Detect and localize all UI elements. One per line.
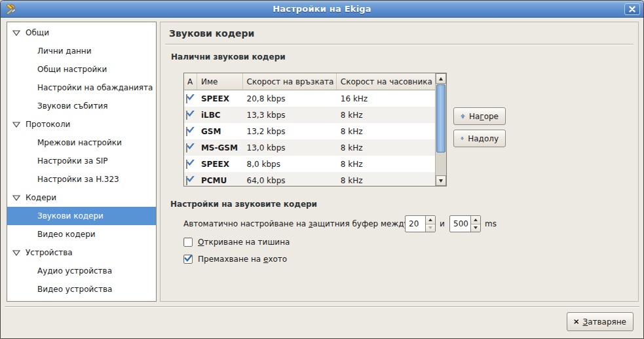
spin-up-button[interactable] <box>471 216 480 224</box>
move-down-label: Надолу <box>468 134 499 143</box>
check-icon <box>186 143 195 151</box>
arrow-up-icon <box>428 219 432 221</box>
close-x-icon <box>574 317 578 326</box>
column-header-name[interactable]: Име <box>197 73 243 90</box>
move-up-label: Нагоре <box>469 112 499 121</box>
codec-table-header: A Име Скорост на връзката Скорост на час… <box>184 73 435 90</box>
check-icon <box>186 127 195 134</box>
move-down-button[interactable]: Надолу <box>453 130 506 147</box>
spin-down-button[interactable] <box>471 224 480 232</box>
check-icon <box>186 160 195 167</box>
check-icon <box>183 253 193 263</box>
tree-item-video-codecs[interactable]: Видео кодери <box>7 225 156 243</box>
codec-enabled-checkbox[interactable] <box>186 160 187 169</box>
column-header-active[interactable]: A <box>184 73 197 90</box>
silence-detection-label: Откриване на тишина <box>198 238 290 247</box>
tree-item-video-devices[interactable]: Видео устройства <box>7 280 156 298</box>
jitter-between-label: и <box>440 219 445 228</box>
codec-enabled-checkbox[interactable] <box>186 94 187 103</box>
codec-enabled-checkbox[interactable] <box>186 143 187 152</box>
arrow-down-icon <box>439 179 443 183</box>
audio-codecs-page: Звукови кодери Налични звукови кодери A … <box>160 22 639 302</box>
codec-enabled-checkbox[interactable] <box>186 111 187 120</box>
codec-enabled-checkbox[interactable] <box>186 176 187 185</box>
tree-item-label: Общи <box>26 28 49 37</box>
titlebar[interactable]: Настройки на Ekiga <box>1 1 643 18</box>
footer-separator <box>5 306 639 308</box>
scroll-up-button[interactable] <box>436 73 446 84</box>
codec-rows: SPEEX 20,8 kbps 16 kHz iLBC 13,3 kbps 8 … <box>184 90 435 186</box>
jitter-buffer-label: Автоматично настройване на защитния буфе… <box>183 219 409 228</box>
spin-down-button[interactable] <box>426 224 435 232</box>
arrow-up-icon <box>439 77 443 80</box>
tree-item-personal-data[interactable]: Лични данни <box>7 42 156 60</box>
table-row[interactable]: SPEEX 20,8 kbps 16 kHz <box>184 90 435 107</box>
down-arrow-icon <box>461 134 464 143</box>
tree-item-h323-settings[interactable]: Настройки за H.323 <box>7 170 156 188</box>
codec-table: A Име Скорост на връзката Скорост на час… <box>183 73 447 187</box>
tree-item-audio-codecs[interactable]: Звукови кодери <box>7 207 156 225</box>
jitter-max-value[interactable]: 500 <box>450 216 470 232</box>
scrollbar-thumb[interactable] <box>436 84 445 152</box>
jitter-unit-label: ms <box>485 219 497 228</box>
echo-cancellation-label: Премахване на ехото <box>198 255 287 264</box>
table-row[interactable]: GSM 13,2 kbps 8 kHz <box>184 123 435 139</box>
silence-detection-checkbox[interactable]: Откриване на тишина <box>183 238 290 247</box>
tree-item-sip-settings[interactable]: Настройки за SIP <box>7 152 156 170</box>
expander-icon[interactable] <box>12 122 20 128</box>
close-button[interactable]: Затваряне <box>567 312 634 331</box>
up-arrow-icon <box>461 111 465 121</box>
expander-icon[interactable] <box>12 250 20 256</box>
table-row[interactable]: MS-GSM 13,0 kbps 8 kHz <box>184 139 435 156</box>
codec-enabled-checkbox[interactable] <box>186 127 187 136</box>
page-title: Звукови кодери <box>169 28 254 39</box>
jitter-min-spinbox[interactable]: 20 <box>405 215 436 232</box>
arrow-down-icon <box>428 226 432 229</box>
tree-item-call-options[interactable]: Настройки на обажданията <box>7 79 156 97</box>
column-header-clockrate[interactable]: Скорост на часовника <box>337 73 435 90</box>
spin-stepper <box>470 216 480 232</box>
tools-icon <box>5 3 16 15</box>
tree-item-protocols[interactable]: Протоколи <box>7 115 156 134</box>
tree-item-audio-devices[interactable]: Аудио устройства <box>7 262 156 280</box>
tree-item-network-settings[interactable]: Мрежови настройки <box>7 134 156 152</box>
tree-item-devices[interactable]: Устройства <box>7 243 156 262</box>
move-up-button[interactable]: Нагоре <box>453 107 506 125</box>
spin-up-button[interactable] <box>426 216 435 224</box>
jitter-max-spinbox[interactable]: 500 <box>449 215 481 232</box>
spin-stepper <box>425 216 435 232</box>
available-codecs-heading: Налични звукови кодери <box>171 52 286 62</box>
checkbox-box[interactable] <box>183 238 193 247</box>
tree-item-general[interactable]: Общи <box>7 24 156 42</box>
close-icon <box>629 6 635 12</box>
table-scrollbar[interactable] <box>435 73 446 186</box>
preferences-window: Настройки на Ekiga Общи Лични данни Общи… <box>0 0 644 339</box>
table-row[interactable]: SPEEX 8,0 kbps 8 kHz <box>184 156 435 172</box>
table-row[interactable]: PCMU 64,0 kbps 8 kHz <box>184 172 435 187</box>
tree-item-codecs[interactable]: Кодери <box>7 188 156 207</box>
jitter-min-value[interactable]: 20 <box>406 216 425 232</box>
checkbox-box[interactable] <box>183 255 193 264</box>
tree-item-sound-events[interactable]: Звукови събития <box>7 97 156 115</box>
check-icon <box>186 111 195 118</box>
close-label: Затваряне <box>582 317 626 327</box>
column-header-bitrate[interactable]: Скорост на връзката <box>243 73 337 90</box>
expander-icon[interactable] <box>12 195 20 201</box>
codec-settings-heading: Настройки на звуковите кодери <box>170 200 317 209</box>
echo-cancellation-checkbox[interactable]: Премахване на ехото <box>183 255 287 264</box>
window-close-button[interactable] <box>624 3 640 15</box>
expander-icon[interactable] <box>12 30 20 36</box>
check-icon <box>186 176 195 183</box>
tree-item-general-settings[interactable]: Общи настройки <box>7 60 156 79</box>
scroll-down-button[interactable] <box>436 175 446 186</box>
arrow-down-icon <box>474 226 478 229</box>
arrow-up-icon <box>474 219 478 221</box>
preferences-tree: Общи Лични данни Общи настройки Настройк… <box>7 22 157 302</box>
check-icon <box>186 94 195 101</box>
table-row[interactable]: iLBC 13,3 kbps 8 kHz <box>184 107 435 123</box>
window-title: Настройки на Ekiga <box>1 4 643 14</box>
title-separator <box>165 44 634 45</box>
